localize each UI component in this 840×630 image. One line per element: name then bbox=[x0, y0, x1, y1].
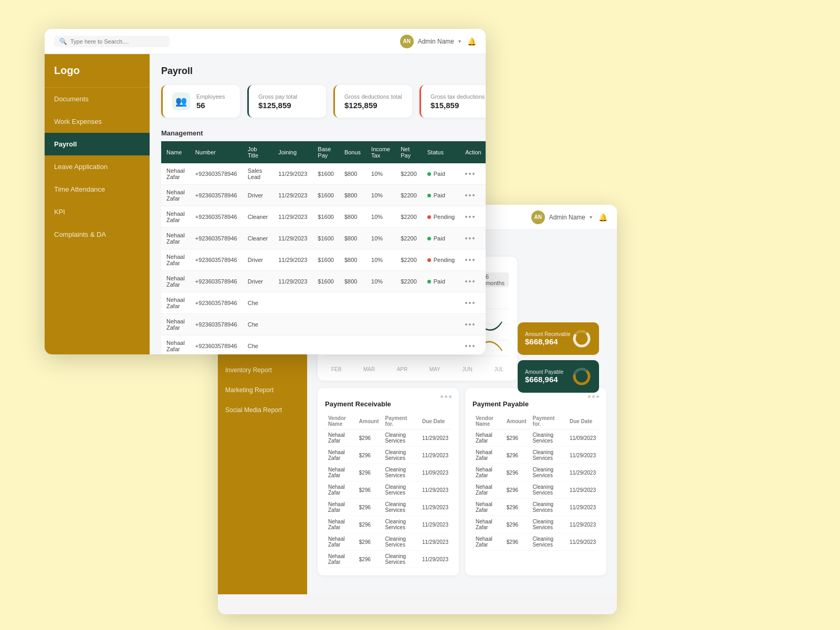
gross-pay-value: $125,859 bbox=[258, 101, 297, 110]
front-sidebar: Logo Documents Work Expenses Payroll Lea… bbox=[45, 54, 150, 354]
payable-card: Amount Payable $668,964 bbox=[518, 360, 599, 393]
back-bell-icon[interactable]: 🔔 bbox=[598, 213, 607, 222]
table-row: Nehaal Zafar+923603578946Che bbox=[161, 292, 486, 314]
back-sidebar-social[interactable]: Social Media Report bbox=[218, 400, 307, 420]
payable-row: Nehaal Zafar$296Cleaning Services11/09/2… bbox=[472, 429, 599, 447]
payable-dots-menu[interactable] bbox=[472, 395, 599, 398]
payable-row: Nehaal Zafar$296Cleaning Services11/29/2… bbox=[472, 516, 599, 533]
front-chevron-icon: ▾ bbox=[458, 38, 461, 44]
action-dots[interactable] bbox=[465, 237, 481, 239]
payment-receivable-card: Payment Receivable Vendor Name Amount Pa… bbox=[318, 388, 459, 575]
payable-row: Nehaal Zafar$296Cleaning Services11/29/2… bbox=[472, 464, 599, 481]
receivable-row: Nehaal Zafar$296Cleaning Services11/29/2… bbox=[325, 447, 452, 464]
action-dots[interactable] bbox=[465, 194, 481, 196]
payment-payable-title: Payment Payable bbox=[472, 400, 599, 408]
front-search-input[interactable] bbox=[70, 38, 143, 45]
receivable-row: Nehaal Zafar$296Cleaning Services11/29/2… bbox=[325, 481, 452, 499]
front-sidebar-time[interactable]: Time Attendance bbox=[45, 178, 150, 201]
status-badge: Paid bbox=[427, 171, 455, 177]
table-row: Nehaal Zafar+923603578946Sales Lead11/29… bbox=[161, 163, 486, 185]
gross-pay-card: Gross pay total $125,859 bbox=[247, 85, 326, 118]
employees-info: Employees 56 bbox=[196, 93, 225, 110]
back-avatar: AN bbox=[531, 211, 545, 224]
tax-info: Gross tax deductions $15,859 bbox=[430, 93, 485, 110]
gross-pay-label: Gross pay total bbox=[258, 93, 297, 100]
employees-label: Employees bbox=[196, 93, 225, 100]
receivable-row: Nehaal Zafar$296Cleaning Services11/29/2… bbox=[325, 551, 452, 568]
payable-label: Amount Payable bbox=[525, 369, 563, 375]
receivable-donut bbox=[572, 329, 592, 349]
status-badge: Paid bbox=[427, 278, 455, 285]
gross-pay-info: Gross pay total $125,859 bbox=[258, 93, 297, 110]
receivable-row: Nehaal Zafar$296Cleaning Services11/29/2… bbox=[325, 533, 452, 551]
employees-stat-card: 👥 Employees 56 bbox=[161, 85, 240, 118]
action-dots[interactable] bbox=[465, 323, 481, 326]
table-row: Nehaal Zafar+923603578946Cleaner11/29/20… bbox=[161, 206, 486, 228]
employees-value: 56 bbox=[196, 101, 225, 110]
payable-row: Nehaal Zafar$296Cleaning Services11/29/2… bbox=[472, 499, 599, 516]
front-search-icon: 🔍 bbox=[59, 38, 67, 45]
receivable-table: Vendor Name Amount Payment for. Due Date… bbox=[325, 413, 452, 568]
deductions-card: Gross deductions total $125,859 bbox=[333, 85, 412, 118]
payable-value: $668,964 bbox=[525, 375, 563, 384]
status-badge: Paid bbox=[427, 192, 455, 198]
stat-cards: 👥 Employees 56 Gross pay total $125,859 … bbox=[161, 85, 474, 118]
front-sidebar-complaints[interactable]: Complaints & DA bbox=[45, 223, 150, 246]
front-bell-icon[interactable]: 🔔 bbox=[467, 37, 476, 46]
action-dots[interactable] bbox=[465, 259, 481, 261]
payable-row: Nehaal Zafar$296Cleaning Services11/29/2… bbox=[472, 533, 599, 551]
page-title: Payroll bbox=[161, 66, 474, 77]
front-avatar: AN bbox=[400, 35, 414, 48]
payment-tables-row: Payment Receivable Vendor Name Amount Pa… bbox=[318, 388, 606, 575]
table-row: Nehaal Zafar+923603578946Driver11/29/202… bbox=[161, 249, 486, 271]
receivable-card: Amount Receivable $668,964 bbox=[518, 322, 599, 355]
front-admin-area: AN Admin Name ▾ 🔔 bbox=[400, 35, 476, 48]
table-section-label: Management bbox=[161, 129, 474, 137]
action-dots[interactable] bbox=[465, 345, 481, 347]
front-body: Logo Documents Work Expenses Payroll Lea… bbox=[45, 54, 486, 354]
payable-row: Nehaal Zafar$296Cleaning Services11/29/2… bbox=[472, 481, 599, 499]
deductions-value: $125,859 bbox=[344, 101, 402, 110]
status-badge: Pending bbox=[427, 257, 455, 263]
tax-card: Gross tax deductions $15,859 bbox=[419, 85, 486, 118]
front-sidebar-kpi[interactable]: KPI bbox=[45, 201, 150, 223]
payable-donut bbox=[572, 366, 592, 386]
receivable-row: Nehaal Zafar$296Cleaning Services11/29/2… bbox=[325, 499, 452, 516]
payment-payable-card: Payment Payable Vendor Name Amount Payme… bbox=[465, 388, 606, 575]
receivable-row: Nehaal Zafar$296Cleaning Services11/29/2… bbox=[325, 516, 452, 533]
front-sidebar-work-expenses[interactable]: Work Expenses bbox=[45, 110, 150, 133]
back-chevron-icon: ▾ bbox=[590, 214, 592, 220]
front-sidebar-documents[interactable]: Documents bbox=[45, 88, 150, 110]
payment-receivable-title: Payment Receivable bbox=[325, 400, 452, 408]
receivable-value: $668,964 bbox=[525, 337, 571, 346]
front-admin-name: Admin Name bbox=[418, 38, 454, 45]
back-sidebar-inventory[interactable]: Inventory Report bbox=[218, 360, 307, 380]
action-dots[interactable] bbox=[465, 173, 481, 175]
table-row: Nehaal Zafar+923603578946Driver11/29/202… bbox=[161, 185, 486, 206]
front-logo: Logo bbox=[45, 54, 150, 88]
front-sidebar-leave[interactable]: Leave Application bbox=[45, 155, 150, 178]
employees-icon: 👥 bbox=[172, 92, 190, 110]
back-admin-name: Admin Name bbox=[549, 214, 585, 221]
chart-x-labels: FEB MAR APR MAY JUN JUL bbox=[326, 366, 509, 372]
table-row: Nehaal Zafar+923603578946Driver11/29/202… bbox=[161, 271, 486, 292]
receivable-dots-menu[interactable] bbox=[325, 395, 452, 398]
receivable-row: Nehaal Zafar$296Cleaning Services11/29/2… bbox=[325, 429, 452, 447]
back-sidebar-marketing[interactable]: Marketing Report bbox=[218, 380, 307, 400]
front-main: Payroll 👥 Employees 56 Gross pay total $… bbox=[150, 54, 486, 354]
action-dots[interactable] bbox=[465, 302, 481, 304]
tax-label: Gross tax deductions bbox=[430, 93, 485, 100]
tax-value: $15,859 bbox=[430, 101, 485, 110]
payable-table: Vendor Name Amount Payment for. Due Date… bbox=[472, 413, 599, 551]
table-row: Nehaal Zafar+923603578946Che bbox=[161, 314, 486, 335]
deductions-label: Gross deductions total bbox=[344, 93, 402, 100]
front-sidebar-payroll[interactable]: Payroll bbox=[45, 133, 150, 155]
action-dots[interactable] bbox=[465, 280, 481, 282]
table-row: Nehaal Zafar+923603578946Cleaner11/29/20… bbox=[161, 228, 486, 249]
payroll-table: Name Number Job Title Joining Base Pay B… bbox=[161, 141, 486, 354]
receivable-row: Nehaal Zafar$296Cleaning Services11/09/2… bbox=[325, 464, 452, 481]
donut-cards: Amount Receivable $668,964 Amount Payabl… bbox=[518, 322, 599, 393]
back-admin-area: AN Admin Name ▾ 🔔 bbox=[531, 211, 607, 224]
front-search-area: 🔍 bbox=[54, 36, 170, 47]
action-dots[interactable] bbox=[465, 216, 481, 218]
